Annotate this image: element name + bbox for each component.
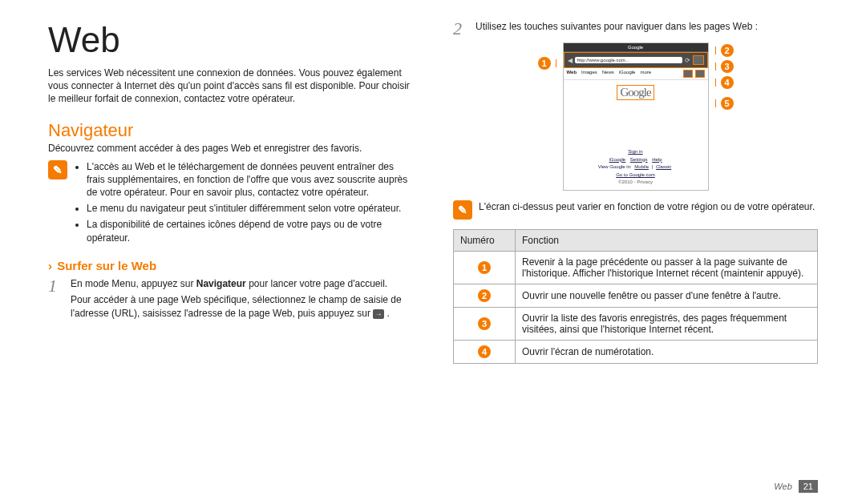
row-function: Revenir à la page précédente ou passer à… bbox=[516, 251, 818, 284]
go-icon: → bbox=[373, 309, 384, 319]
note-icon: ✎ bbox=[48, 160, 67, 179]
step-text: En mode Menu, appuyez sur bbox=[71, 278, 196, 289]
link-mobile: Mobile bbox=[634, 164, 649, 169]
link-settings: Settings bbox=[630, 157, 648, 162]
tab-more: more bbox=[640, 70, 651, 78]
note-item: Le menu du navigateur peut s'intituler d… bbox=[87, 202, 413, 215]
note-icon: ✎ bbox=[453, 200, 472, 220]
step-text: . bbox=[387, 308, 390, 319]
step-body: En mode Menu, appuyez sur Navigateur pou… bbox=[71, 277, 413, 321]
device-url-row: ◀ http://www.google.com... ⟳ bbox=[564, 52, 708, 68]
note-body: L'accès au Web et le téléchargement de d… bbox=[74, 160, 413, 248]
tab-images: Images bbox=[581, 70, 597, 78]
table-row: 2 Ouvrir une nouvelle fenêtre ou passer … bbox=[454, 284, 818, 307]
tab-web: Web bbox=[567, 70, 577, 78]
row-callout: 3 bbox=[478, 317, 491, 330]
url-field: http://www.google.com... bbox=[575, 57, 682, 63]
footer-page: 21 bbox=[799, 480, 818, 493]
link-sep: | bbox=[650, 164, 654, 169]
step-number: 2 bbox=[453, 20, 467, 38]
table-row: 3 Ouvrir la liste des favoris enregistré… bbox=[454, 307, 818, 340]
note-item: L'accès au Web et le téléchargement de d… bbox=[87, 160, 413, 200]
link-igoogle: iGoogle bbox=[609, 157, 625, 162]
sub-section-label: Surfer sur le Web bbox=[57, 259, 156, 272]
tab-igoogle: iGoogle bbox=[619, 70, 636, 78]
callout-1: 1 bbox=[538, 57, 551, 70]
sub-section-heading: › Surfer sur le Web bbox=[48, 259, 413, 272]
row-function: Ouvrir une nouvelle fenêtre ou passer d'… bbox=[516, 284, 818, 307]
section-heading: Navigateur bbox=[48, 120, 413, 141]
chevron-icon: › bbox=[48, 259, 52, 272]
link-goto: Go to Google.com bbox=[616, 172, 655, 177]
section-subtitle: Découvrez comment accéder à des pages We… bbox=[48, 143, 413, 154]
link-signin: Sign in bbox=[628, 149, 642, 154]
link-help: Help bbox=[652, 157, 662, 162]
footer: Web 21 bbox=[774, 480, 818, 493]
step-1: 1 En mode Menu, appuyez sur Navigateur p… bbox=[48, 277, 413, 321]
footer-section: Web bbox=[774, 482, 791, 491]
row-callout: 2 bbox=[478, 289, 491, 302]
screenshot-area: 1 Google ◀ http://www.google.com... ⟳ We… bbox=[453, 42, 818, 191]
callouts-left: 1 bbox=[538, 57, 556, 70]
device-links: Sign in iGoogle Settings Help View Googl… bbox=[567, 148, 705, 187]
th-function: Fonction bbox=[516, 229, 818, 251]
back-arrow-icon: ◀ bbox=[568, 57, 573, 64]
step-2: 2 Utilisez les touches suivantes pour na… bbox=[453, 20, 818, 38]
callout-3: 3 bbox=[721, 60, 734, 73]
row-function: Ouvrir la liste des favoris enregistrés,… bbox=[516, 307, 818, 340]
row-callout: 1 bbox=[478, 261, 491, 274]
row-function: Ouvrir l'écran de numérotation. bbox=[516, 340, 818, 363]
dial-icon bbox=[695, 70, 705, 78]
callout-2: 2 bbox=[721, 44, 734, 57]
step-text: Pour accéder à une page Web spécifique, … bbox=[71, 294, 402, 319]
th-number: Numéro bbox=[454, 229, 516, 251]
copyright: ©2010 - Privacy bbox=[567, 179, 705, 187]
function-table: Numéro Fonction 1 Revenir à la page préc… bbox=[453, 229, 818, 364]
note-block-1: ✎ L'accès au Web et le téléchargement de… bbox=[48, 160, 413, 248]
google-logo: Google bbox=[617, 85, 654, 100]
bookmarks-icon bbox=[683, 70, 693, 78]
device-tabs: Web Images News iGoogle more bbox=[564, 68, 708, 80]
callouts-right: 2 3 4 5 bbox=[715, 44, 734, 110]
step-text: pour lancer votre page d'accueil. bbox=[246, 278, 387, 289]
right-column: 2 Utilisez les touches suivantes pour na… bbox=[453, 20, 818, 488]
intro-text: Les services Web nécessitent une connexi… bbox=[48, 67, 413, 106]
row-callout: 4 bbox=[478, 345, 491, 358]
refresh-icon: ⟳ bbox=[685, 57, 690, 64]
callout-5: 5 bbox=[721, 97, 734, 110]
step-bold: Navigateur bbox=[196, 278, 246, 289]
device-titlebar: Google bbox=[564, 43, 708, 52]
device-body: Google Sign in iGoogle Settings Help Vie… bbox=[564, 80, 708, 190]
page: Web Les services Web nécessitent une con… bbox=[0, 0, 866, 504]
windows-icon bbox=[693, 55, 704, 65]
left-column: Web Les services Web nécessitent une con… bbox=[48, 20, 413, 488]
link-classic: Classic bbox=[656, 164, 671, 169]
note-item: La disponibilité de certaines icônes dép… bbox=[87, 218, 413, 244]
page-title: Web bbox=[48, 20, 413, 60]
step-number: 1 bbox=[48, 277, 63, 321]
device-mock: Google ◀ http://www.google.com... ⟳ Web … bbox=[563, 42, 709, 191]
note-body: L'écran ci-dessus peut varier en fonctio… bbox=[479, 200, 818, 220]
tab-news: News bbox=[602, 70, 614, 78]
table-row: 4 Ouvrir l'écran de numérotation. bbox=[454, 340, 818, 363]
link-text: View Google in: bbox=[598, 164, 633, 169]
step-body: Utilisez les touches suivantes pour navi… bbox=[475, 20, 818, 38]
table-row: 1 Revenir à la page précédente ou passer… bbox=[454, 251, 818, 284]
note-block-2: ✎ L'écran ci-dessus peut varier en fonct… bbox=[453, 200, 818, 220]
callout-4: 4 bbox=[721, 76, 734, 89]
